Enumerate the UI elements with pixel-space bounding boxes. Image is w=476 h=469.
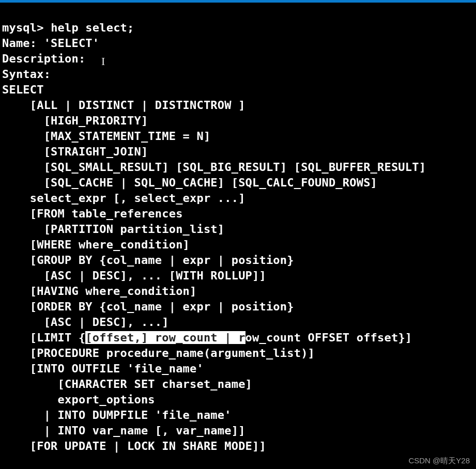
terminal-area[interactable]: mysql> help select; Name: 'SELECT' Descr… — [0, 3, 476, 469]
help-name-line: Name: 'SELECT' — [2, 37, 99, 50]
help-syntax-line: Syntax: — [2, 68, 51, 81]
syntax-line: select_expr [, select_expr ...] — [2, 192, 245, 205]
syntax-line: | INTO var_name [, var_name]] — [2, 424, 245, 437]
help-description-line: Description: — [2, 52, 85, 65]
limit-line-prefix: [LIMIT { — [2, 331, 85, 344]
syntax-line: [ALL | DISTINCT | DISTINCTROW ] — [2, 99, 245, 112]
syntax-line: | INTO DUMPFILE 'file_name' — [2, 409, 232, 421]
syntax-line: [HAVING where_condition] — [2, 285, 196, 298]
syntax-line: [ORDER BY {col_name | expr | position} — [2, 300, 294, 313]
syntax-line: [ASC | DESC], ...] — [2, 316, 169, 329]
syntax-line: [MAX_STATEMENT_TIME = N] — [2, 130, 210, 143]
syntax-line: [WHERE where_condition] — [2, 238, 190, 251]
syntax-line: [SQL_SMALL_RESULT] [SQL_BIG_RESULT] [SQL… — [2, 161, 426, 174]
watermark-text: CSDN @晴天Y28 — [408, 456, 470, 466]
syntax-line: [ASC | DESC], ... [WITH ROLLUP]] — [2, 269, 266, 282]
syntax-line: [SQL_CACHE | SQL_NO_CACHE] [SQL_CALC_FOU… — [2, 176, 377, 189]
prompt-text: mysql> — [2, 21, 51, 34]
syntax-line: [PARTITION partition_list] — [2, 223, 224, 236]
syntax-line: [FROM table_references — [2, 207, 183, 220]
text-cursor-icon: I — [101, 54, 105, 69]
syntax-line: [STRAIGHT_JOIN] — [2, 145, 148, 158]
syntax-line: [INTO OUTFILE 'file_name' — [2, 362, 204, 375]
syntax-line: export_options — [2, 393, 155, 406]
syntax-line: [CHARACTER SET charset_name] — [2, 378, 252, 390]
syntax-line: [HIGH_PRIORITY] — [2, 114, 148, 127]
syntax-line: [GROUP BY {col_name | expr | position} — [2, 254, 294, 267]
syntax-line: [FOR UPDATE | LOCK IN SHARE MODE]] — [2, 440, 266, 452]
selected-text: [offset,] row_count | r — [85, 331, 245, 344]
syntax-line: [PROCEDURE procedure_name(argument_list)… — [2, 347, 315, 359]
command-text: help select; — [51, 21, 134, 34]
select-keyword: SELECT — [2, 83, 44, 96]
limit-line-suffix: ow_count OFFSET offset}] — [245, 331, 412, 344]
